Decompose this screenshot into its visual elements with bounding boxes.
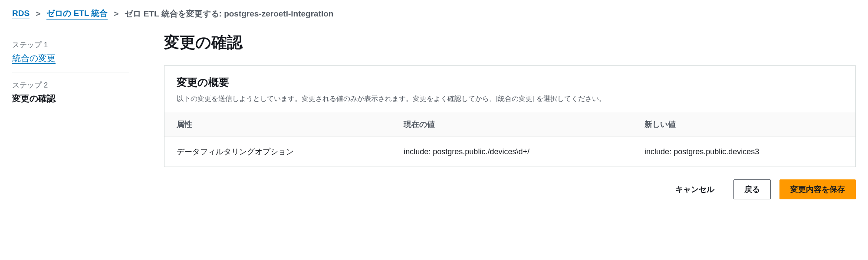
step-2: ステップ 2 変更の確認 <box>12 75 129 110</box>
breadcrumb-current: ゼロ ETL 統合を変更する: postgres-zeroetl-integra… <box>125 8 333 20</box>
breadcrumb-link-zeroetl[interactable]: ゼロの ETL 統合 <box>46 8 108 20</box>
cell-new-value: include: postgres.public.devices3 <box>632 137 855 167</box>
table-row: データフィルタリングオプション include: postgres.public… <box>164 137 855 167</box>
wizard-sidebar: ステップ 1 統合の変更 ステップ 2 変更の確認 <box>12 32 129 199</box>
panel-title: 変更の概要 <box>177 75 843 89</box>
step-1-link[interactable]: 統合の変更 <box>12 53 56 64</box>
back-button[interactable]: 戻る <box>733 179 771 199</box>
step-label: ステップ 2 <box>12 80 129 90</box>
cancel-button[interactable]: キャンセル <box>665 180 725 199</box>
panel-description: 以下の変更を送信しようとしています。変更される値のみが表示されます。変更をよく確… <box>177 94 843 104</box>
action-bar: キャンセル 戻る 変更内容を保存 <box>164 179 856 199</box>
step-2-title: 変更の確認 <box>12 93 129 104</box>
changes-table: 属性 現在の値 新しい値 データフィルタリングオプション include: po… <box>164 112 855 167</box>
step-divider <box>12 72 129 72</box>
panel-header: 変更の概要 以下の変更を送信しようとしています。変更される値のみが表示されます。… <box>164 66 855 112</box>
step-1: ステップ 1 統合の変更 <box>12 35 129 69</box>
breadcrumb: RDS > ゼロの ETL 統合 > ゼロ ETL 統合を変更する: postg… <box>12 8 856 20</box>
col-new-value: 新しい値 <box>632 112 855 137</box>
main-content: 変更の確認 変更の概要 以下の変更を送信しようとしています。変更される値のみが表… <box>164 32 856 199</box>
step-label: ステップ 1 <box>12 40 129 50</box>
breadcrumb-link-rds[interactable]: RDS <box>12 9 30 19</box>
col-attribute: 属性 <box>164 112 391 137</box>
chevron-right-icon: > <box>114 9 118 19</box>
chevron-right-icon: > <box>36 9 40 19</box>
save-button[interactable]: 変更内容を保存 <box>779 179 856 199</box>
cell-attribute: データフィルタリングオプション <box>164 137 391 167</box>
summary-panel: 変更の概要 以下の変更を送信しようとしています。変更される値のみが表示されます。… <box>164 65 856 167</box>
page-title: 変更の確認 <box>164 32 856 53</box>
col-current-value: 現在の値 <box>391 112 632 137</box>
cell-current-value: include: postgres.public./devices\d+/ <box>391 137 632 167</box>
